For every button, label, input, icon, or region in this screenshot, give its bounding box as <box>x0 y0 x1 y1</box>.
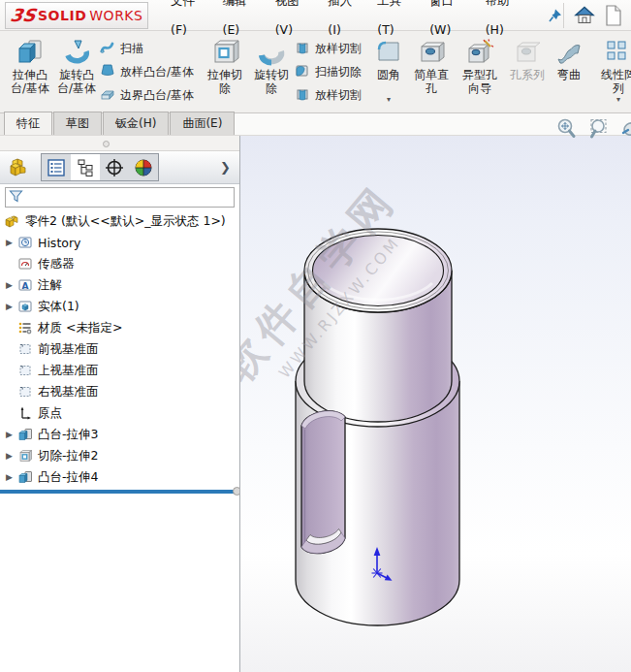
extruded-cut-icon <box>210 36 239 69</box>
tree-filter-box <box>5 187 235 208</box>
property-manager-tab[interactable] <box>71 154 100 180</box>
splitter-handle[interactable] <box>103 141 110 147</box>
brand-works: WORKS <box>89 8 142 23</box>
expand-arrow-icon[interactable]: ▶ <box>3 472 16 482</box>
feature-tree-filter-input[interactable] <box>26 189 234 206</box>
model-bore[interactable] <box>313 236 444 306</box>
lofted-boss-button[interactable]: 放样凸台/基体 <box>100 63 194 81</box>
plane-icon <box>16 384 34 400</box>
fillet-holes-group: 圆角 ▾ 简单直孔 <box>366 33 591 112</box>
tree-item-sensors[interactable]: 传感器 <box>0 253 239 274</box>
extruded-cut-button[interactable]: 拉伸切除 <box>202 34 248 96</box>
expand-arrow-icon[interactable]: ▶ <box>3 238 16 247</box>
expand-arrow-icon[interactable]: ▶ <box>3 451 16 461</box>
sweep-button[interactable]: 扫描 <box>100 40 194 58</box>
rollback-handle[interactable] <box>233 487 239 496</box>
magnifier-partial-icon[interactable] <box>619 117 631 141</box>
tree-item-history[interactable]: ▶ History <box>0 232 239 253</box>
sweep-icon <box>100 40 115 58</box>
plane-icon <box>16 363 34 379</box>
linear-pattern-icon <box>604 36 631 69</box>
boundary-boss-icon <box>100 86 115 105</box>
hole-wizard-icon <box>465 36 494 69</box>
tree-item-origin[interactable]: 原点 <box>0 402 239 424</box>
feature-tree: 零件2 (默认<<默认>_显示状态 1>) ▶ History <box>0 210 239 488</box>
tree-item-annotations[interactable]: ▶ A 注解 <box>0 274 239 296</box>
loft-cut-button[interactable]: 放样切割 <box>295 40 362 58</box>
linear-pattern-dropdown-arrow[interactable]: ▾ <box>616 96 620 104</box>
fillet-dropdown-arrow[interactable]: ▾ <box>387 96 391 104</box>
tree-item-solid-bodies[interactable]: ▶ 实体(1) <box>0 296 239 317</box>
revolved-cut-button[interactable]: 旋转切除 <box>248 34 295 96</box>
loft-cut-button-2[interactable]: 放样切割 <box>295 86 362 105</box>
fillet-button[interactable]: 圆角 ▾ <box>369 34 408 104</box>
tree-item-cut-extrude2[interactable]: ▶ 切除-拉伸2 <box>0 445 239 466</box>
sweep-cut-button[interactable]: 扫描切除 <box>295 63 362 81</box>
solidworks-logo[interactable]: 3S SOLID WORKS <box>5 2 148 29</box>
boss-small-buttons: 扫描 放样凸台/基体 边界凸台/基体 <box>100 34 194 105</box>
extruded-boss-icon <box>16 36 45 69</box>
flex-button[interactable]: 弯曲 <box>550 34 588 96</box>
history-icon <box>16 235 34 251</box>
panel-splitter[interactable] <box>0 136 239 151</box>
feature-tree-body: 零件2 (默认<<默认>_显示状态 1>) ▶ History <box>0 184 239 672</box>
lofted-boss-icon <box>100 63 115 81</box>
fillet-icon <box>374 36 403 69</box>
revolved-boss-button[interactable]: 旋转凸台/基体 <box>53 34 100 96</box>
pattern-group: 线性阵列 ▾ <box>593 33 631 112</box>
feature-manager-panel: ❯ <box>0 136 240 672</box>
tab-surfaces[interactable]: 曲面(E) <box>170 112 235 135</box>
tree-item-boss-extrude3[interactable]: ▶ 凸台-拉伸3 <box>0 424 239 445</box>
tab-sketch[interactable]: 草图 <box>53 112 102 135</box>
simple-hole-icon <box>417 36 446 69</box>
boss-extrude-icon <box>16 469 34 486</box>
dimxpert-manager-tab[interactable] <box>129 154 158 180</box>
material-icon <box>16 320 34 336</box>
expand-arrow-icon[interactable]: ▶ <box>3 430 16 439</box>
sensors-icon <box>16 256 34 272</box>
expand-arrow-icon[interactable]: ▶ <box>3 280 16 290</box>
tree-item-material[interactable]: 材质 <未指定> <box>0 317 239 338</box>
hole-series-button: 孔系列 <box>505 34 550 96</box>
menu-bar-right <box>563 0 631 30</box>
new-document-icon[interactable] <box>603 4 624 27</box>
boundary-boss-button[interactable]: 边界凸台/基体 <box>100 86 194 105</box>
linear-pattern-button[interactable]: 线性阵列 ▾ <box>596 34 631 104</box>
tree-item-right-plane[interactable]: 右视基准面 <box>0 381 239 402</box>
feature-manager-tab[interactable] <box>42 154 71 180</box>
loft-cut-icon <box>295 86 310 105</box>
zoom-fit-icon[interactable] <box>555 117 579 141</box>
tab-sheetmetal[interactable]: 钣金(H) <box>103 112 169 135</box>
tree-root-part[interactable]: 零件2 (默认<<默认>_显示状态 1>) <box>0 210 239 232</box>
command-tab-row: 特征 草图 钣金(H) 曲面(E) <box>0 113 631 136</box>
cut-small-buttons: 放样切割 扫描切除 放样切割 <box>295 34 362 105</box>
simple-hole-button[interactable]: 简单直孔 <box>408 34 455 96</box>
configuration-manager-tab[interactable] <box>100 154 129 180</box>
tree-item-front-plane[interactable]: 前视基准面 <box>0 338 239 360</box>
tree-item-top-plane[interactable]: 上视基准面 <box>0 360 239 381</box>
rollback-bar[interactable] <box>0 490 239 494</box>
home-icon[interactable] <box>573 4 596 27</box>
loft-cut-icon <box>295 40 310 58</box>
hole-wizard-button[interactable]: 异型孔向导 <box>455 34 505 96</box>
panel-expand-chevron-icon[interactable]: ❯ <box>220 160 235 175</box>
part-model[interactable] <box>240 136 631 672</box>
flex-icon <box>554 36 584 69</box>
main-area: ❯ <box>0 136 631 672</box>
model-slot-cut[interactable] <box>301 411 345 554</box>
cut-features-group: 拉伸切除 旋转切除 放样切割 扫描切除 <box>199 33 364 112</box>
hole-series-icon <box>513 36 542 69</box>
svg-text:A: A <box>21 281 28 291</box>
annotations-icon: A <box>16 277 34 294</box>
extruded-boss-button[interactable]: 拉伸凸台/基体 <box>7 34 53 96</box>
boss-extrude-icon <box>16 427 34 443</box>
graphics-viewport[interactable]: 软件自学网 WWW.RJZXW.COM <box>240 136 631 672</box>
sweep-cut-icon <box>295 63 310 81</box>
filter-funnel-icon <box>9 189 23 207</box>
tab-features[interactable]: 特征 <box>4 112 52 135</box>
zoom-area-icon[interactable] <box>587 117 611 141</box>
pin-menu-icon[interactable] <box>548 8 563 23</box>
part-document-icon[interactable] <box>5 154 34 180</box>
tree-item-boss-extrude4[interactable]: ▶ 凸台-拉伸4 <box>0 466 239 488</box>
expand-arrow-icon[interactable]: ▶ <box>3 302 16 311</box>
